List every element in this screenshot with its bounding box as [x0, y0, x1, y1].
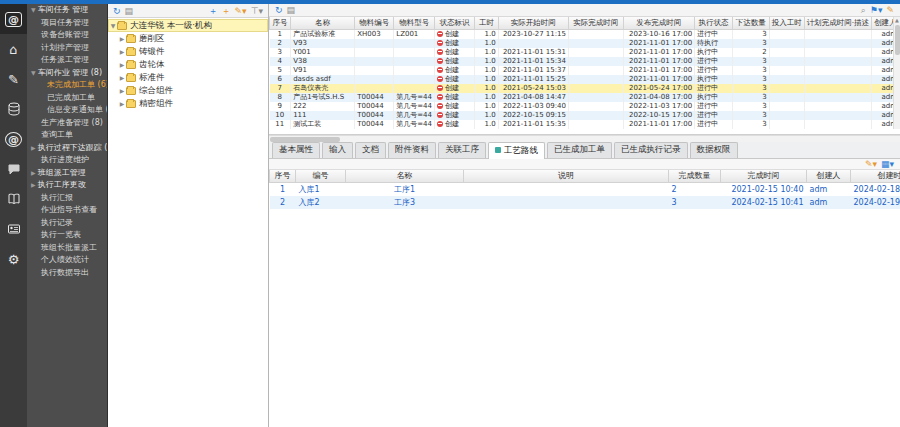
tree-more-icon[interactable]: ⊤▾ [251, 6, 263, 16]
orders-cell-input [769, 120, 804, 129]
orders-row[interactable]: 4V38创建1.02021-11-01 15:342021-11-01 17:0… [270, 57, 900, 66]
app-logo-icon[interactable]: @ [0, 4, 27, 34]
refresh-icon[interactable]: ↻ [275, 5, 283, 15]
tab-1[interactable]: 基本属性 [272, 142, 320, 158]
edit-node-icon[interactable]: ✎▾ [235, 6, 247, 16]
tab-label: 输入 [329, 144, 346, 154]
sidebar-item[interactable]: 执行一览表 [27, 229, 107, 242]
edit-icon[interactable]: ✎ [0, 64, 27, 94]
tab-3[interactable]: 文档 [355, 142, 386, 158]
detail-row[interactable]: 2入库2工序332024-02-15 10:41adm2024-02-19 10… [270, 196, 900, 209]
orders-cell-exec: 待执行 [695, 39, 733, 48]
sidebar-item[interactable]: 执行汇报 [27, 192, 107, 205]
tab-6[interactable]: 工艺路线 [488, 142, 545, 159]
orders-row[interactable]: 1产品试验标准XH003LZ001创建1.02023-10-27 11:1520… [270, 29, 900, 39]
sidebar-item[interactable]: ▼车间任务 管理 [27, 4, 107, 17]
orders-horizontal-scrollbar[interactable] [269, 135, 900, 142]
add-child-icon[interactable]: ＋ [222, 6, 231, 16]
detail-column-header[interactable]: 说明 [464, 170, 669, 182]
detail-column-header[interactable]: 名称 [346, 170, 464, 182]
orders-column-header[interactable]: 状态标识 [435, 17, 475, 29]
orders-column-header[interactable]: 实际开始时间 [498, 17, 568, 29]
sidebar-item[interactable]: 执行记录 [27, 217, 107, 230]
search-icon[interactable]: ⌕ [861, 5, 866, 15]
flag-filter-icon[interactable]: ⚑▾ [870, 5, 883, 15]
detail-edit-icon[interactable]: ✎▾ [865, 159, 877, 169]
tree-node[interactable]: ▶精密组件 [108, 97, 268, 110]
tree-node[interactable]: ▶标准件 [108, 71, 268, 84]
sidebar-item[interactable]: 设备台账管理 [27, 29, 107, 42]
sidebar-item[interactable]: 项目任务管理 [27, 17, 107, 30]
tree-node[interactable]: ▶综合组件 [108, 84, 268, 97]
sidebar-item[interactable]: 班组长批量派工 [27, 242, 107, 255]
orders-row[interactable]: 9222T00044第几号=44创建1.02022-11-03 09:40202… [270, 102, 900, 111]
sidebar-item[interactable]: 生产准备管理 (8) [27, 117, 107, 130]
add-node-icon[interactable]: ＋ [209, 6, 218, 16]
detail-column-header[interactable]: 创建时间 [851, 170, 900, 182]
sidebar-item[interactable]: 查询工单 [27, 129, 107, 142]
home-icon[interactable]: ⌂ [0, 34, 27, 64]
tab-4[interactable]: 附件资料 [388, 142, 436, 158]
detail-column-header[interactable]: 序号 [270, 170, 296, 182]
tab-5[interactable]: 关联工序 [438, 142, 486, 158]
detail-column-header[interactable]: 创建人 [807, 170, 851, 182]
sidebar-item[interactable]: 执行进度维护 [27, 154, 107, 167]
tree-node[interactable]: ▶齿轮体 [108, 58, 268, 71]
sidebar-item[interactable]: ▶执行过程下达跟踪 (12) [27, 142, 107, 155]
tree-node[interactable]: ▶铸锻件 [108, 45, 268, 58]
sidebar-item[interactable]: 计划排产管理 [27, 42, 107, 55]
orders-column-header[interactable]: 名称 [291, 17, 355, 29]
sidebar-item[interactable]: 个人绩效统计 [27, 254, 107, 267]
orders-row[interactable]: 8产品1号试S.H.ST00044第几号=44创建1.02021-04-08 1… [270, 93, 900, 102]
column-chooser-icon[interactable]: ▦▾ [881, 159, 894, 169]
orders-row[interactable]: 2V93创建1.02021-11-01 17:00待执行3adm [270, 39, 900, 48]
sidebar-item[interactable]: 信息变更通知单 (4) [27, 104, 107, 117]
tab-8[interactable]: 已生成执行记录 [614, 142, 688, 158]
at-circle-icon[interactable]: @ [0, 124, 27, 154]
orders-column-header[interactable]: 工时 [475, 17, 498, 29]
sidebar-item[interactable]: 未完成加工单 (6) [27, 79, 107, 92]
tab-7[interactable]: 已生成加工单 [547, 142, 612, 158]
orders-row[interactable]: 6dasds asdf创建1.02021-11-01 15:252021-11-… [270, 75, 900, 84]
tree-root-node[interactable]: ▼大连华锐 本一级·机构 [108, 19, 268, 32]
orders-row[interactable]: 5V91创建1.02021-11-01 15:372021-11-01 17:0… [270, 66, 900, 75]
page-icon[interactable]: ▤ [287, 5, 296, 15]
orders-column-header[interactable]: 发布完成时间 [623, 17, 695, 29]
orders-column-header[interactable]: 执行状态 [695, 17, 733, 29]
book-icon[interactable] [0, 184, 27, 214]
sidebar-item[interactable]: 已完成加工单 [27, 92, 107, 105]
orders-column-header[interactable]: 投入工时 [769, 17, 804, 29]
orders-row[interactable]: 10111T00044第几号=44创建1.02022-10-15 09:1520… [270, 111, 900, 120]
orders-column-header[interactable]: 序号 [270, 17, 291, 29]
orders-vertical-scrollbar[interactable]: ▲ [893, 17, 900, 129]
chat-bubble-icon[interactable] [0, 154, 27, 184]
detail-column-header[interactable]: 编号 [296, 170, 346, 182]
orders-cell-status: 创建 [435, 102, 475, 111]
sidebar-item[interactable]: ▶执行工序更改 [27, 179, 107, 192]
tree-node[interactable]: ▶磨削区 [108, 32, 268, 45]
detail-column-header[interactable]: 完成数量 [669, 170, 721, 182]
orders-row[interactable]: 7石岛仪表壳创建1.02021-05-24 15:032021-05-24 17… [270, 84, 900, 93]
orders-column-header[interactable]: 计划完成时间·描述 [804, 17, 871, 29]
page-icon[interactable]: ▤ [125, 6, 134, 16]
orders-row[interactable]: 3Y001创建1.02021-11-01 15:312021-11-01 17:… [270, 48, 900, 57]
sidebar-item[interactable]: 执行数据导出 [27, 267, 107, 280]
orders-row[interactable]: 11测试工装T00044第几号=44创建1.02021-11-01 15:352… [270, 120, 900, 129]
orders-column-header[interactable]: 物料型号 [394, 17, 435, 29]
tab-9[interactable]: 数据权限 [690, 142, 738, 158]
id-card-icon[interactable] [0, 214, 27, 244]
refresh-icon[interactable]: ↻ [113, 6, 121, 16]
database-icon[interactable] [0, 94, 27, 124]
sidebar-item[interactable]: ▶班组派工管理 [27, 167, 107, 180]
tab-2[interactable]: 输入 [322, 142, 353, 158]
sidebar-item[interactable]: 作业指导书查看 [27, 204, 107, 217]
orders-column-header[interactable]: 下达数量 [732, 17, 769, 29]
sidebar-item[interactable]: ▼车间作业 管理 (8) [27, 67, 107, 80]
orders-column-header[interactable]: 物料编号 [355, 17, 394, 29]
sidebar-item[interactable]: 任务派工管理 [27, 54, 107, 67]
detail-row[interactable]: 1入库1工序122021-02-15 10:40adm2024-02-18 10… [270, 182, 900, 196]
gear-icon[interactable]: ⚙ [0, 244, 27, 274]
detail-column-header[interactable]: 完成时间 [721, 170, 807, 182]
orders-column-header[interactable]: 实际完成时间 [569, 17, 624, 29]
edit-icon[interactable]: ✎ [886, 5, 894, 15]
